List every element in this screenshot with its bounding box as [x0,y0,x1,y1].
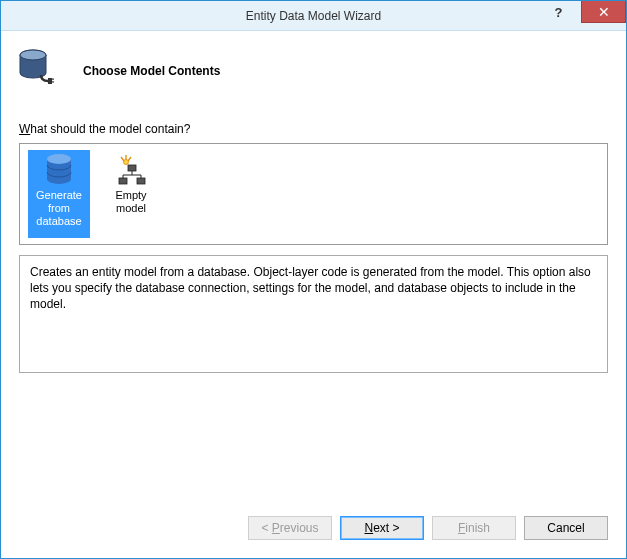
wizard-header: Choose Model Contents [1,31,626,122]
option-description: Creates an entity model from a database.… [19,255,608,373]
help-button[interactable]: ? [536,1,581,23]
svg-rect-4 [52,81,54,82]
model-options-box: Generate from database [19,143,608,245]
wizard-window: Entity Data Model Wizard ? ✕ Choose Mode… [0,0,627,559]
svg-rect-3 [52,79,54,80]
cancel-button[interactable]: Cancel [524,516,608,540]
titlebar: Entity Data Model Wizard ? ✕ [1,1,626,31]
window-title: Entity Data Model Wizard [1,9,626,23]
finish-button[interactable]: Finish [432,516,516,540]
svg-point-1 [20,50,46,60]
wizard-footer: < Previous Next > Finish Cancel [1,504,626,558]
close-button[interactable]: ✕ [581,1,626,23]
next-button[interactable]: Next > [340,516,424,540]
previous-button[interactable]: < Previous [248,516,332,540]
content-area: What should the model contain? Generate … [1,122,626,504]
svg-rect-2 [48,78,52,84]
option-label: Empty model [100,189,162,215]
svg-rect-11 [128,165,136,171]
database-icon [43,152,75,188]
svg-point-6 [47,154,71,164]
option-generate-from-database[interactable]: Generate from database [28,150,90,238]
empty-model-icon [114,152,148,188]
svg-point-10 [124,160,129,165]
wizard-step-title: Choose Model Contents [83,64,220,78]
svg-line-7 [121,157,124,161]
titlebar-controls: ? ✕ [536,1,626,30]
svg-rect-16 [119,178,127,184]
svg-line-9 [128,157,131,161]
option-empty-model[interactable]: Empty model [100,150,162,238]
option-label: Generate from database [28,189,90,228]
prompt-label: What should the model contain? [19,122,608,136]
database-wizard-icon [15,45,63,96]
svg-rect-17 [137,178,145,184]
